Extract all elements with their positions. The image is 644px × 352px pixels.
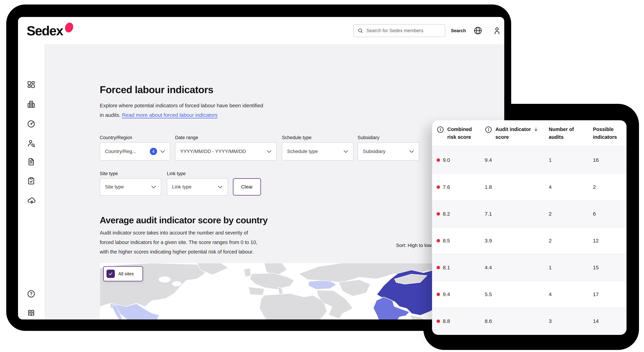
audit-indicator-score-value: 5.5 (485, 292, 549, 297)
date-range-dropdown[interactable]: YYYY/MM/DD - YYYY/MM/DD (175, 142, 277, 161)
map-desc-line3: with the higher scores indicating higher… (100, 249, 254, 255)
search-input[interactable] (366, 28, 441, 33)
all-sites-checkbox[interactable]: All sites (103, 266, 143, 281)
globe-icon[interactable] (474, 26, 482, 35)
description-line2: in audits. (100, 112, 120, 118)
audit-indicator-score-value: 3.9 (485, 238, 549, 244)
combined-risk-score-cell: 7.6 (436, 184, 485, 190)
header-line2: risk score (447, 133, 472, 141)
column-possible-indicators: Possible indicators (593, 125, 622, 141)
member-search-icon[interactable] (27, 139, 36, 148)
dashboard-icon[interactable] (27, 80, 36, 89)
header-line2: indicators (593, 133, 617, 141)
resources-book-icon[interactable] (27, 308, 36, 317)
user-account-icon[interactable] (492, 26, 502, 35)
possible-indicators-value: 6 (593, 211, 622, 217)
combined-risk-score-value: 8.5 (443, 238, 450, 244)
logo-pink-dot-icon (64, 21, 74, 33)
app-screen: Sedex Search ? (18, 17, 504, 320)
number-of-audits-value: 2 (549, 238, 593, 244)
gauge-icon[interactable] (27, 119, 36, 128)
combined-risk-score-cell: 8.5 (436, 238, 485, 244)
map-section-description: Audit indicator score takes into account… (100, 228, 257, 257)
risk-dot-icon (436, 320, 440, 323)
world-map[interactable] (100, 263, 448, 320)
combined-risk-score-value: 7.6 (443, 184, 450, 190)
link-type-dropdown[interactable]: Link type (167, 178, 228, 196)
schedule-filter-label: Schedule type (282, 135, 312, 140)
column-combined-risk-score: Combined risk score (436, 125, 485, 141)
schedule-type-value: Schedule type (287, 149, 340, 154)
table-row: 8.53.9212 (432, 227, 626, 254)
chevron-down-icon (151, 186, 156, 188)
combined-risk-score-value: 8.8 (443, 318, 450, 324)
top-bar: Sedex Search (18, 17, 504, 44)
subsidiary-dropdown[interactable]: Subsidiary (358, 142, 419, 161)
header-line2: score (496, 133, 538, 141)
chevron-down-icon (160, 150, 165, 153)
link-type-value: Link type (172, 184, 215, 190)
read-more-link[interactable]: Read more about forced labour indicators (122, 112, 218, 118)
date-filter-label: Date range (175, 135, 198, 140)
cloud-settings-icon[interactable] (27, 196, 36, 205)
audit-indicator-score-value: 7.1 (485, 211, 549, 217)
help-icon[interactable]: ? (27, 289, 36, 298)
table-row: 9.09.4116 (432, 147, 626, 173)
header-line1: Number of (549, 125, 574, 133)
chevron-down-icon (409, 150, 414, 153)
audit-indicator-score-value: 4.4 (485, 265, 549, 271)
company-icon[interactable] (27, 100, 36, 109)
svg-text:?: ? (30, 291, 32, 296)
risk-dot-icon (436, 293, 440, 296)
schedule-type-dropdown[interactable]: Schedule type (282, 142, 354, 161)
column-audit-indicator-score[interactable]: Audit indicator score (485, 125, 549, 141)
checkbox-checked-icon[interactable] (106, 270, 115, 278)
number-of-audits-value: 1 (549, 265, 593, 271)
table-row: 9.45.5417 (432, 281, 626, 308)
map-europe (250, 273, 294, 289)
combined-risk-score-value: 8.1 (443, 265, 450, 271)
header-line1: Audit indicator (496, 125, 531, 133)
country-filter-dropdown[interactable]: Country/Reg... 4 (100, 142, 170, 161)
site-type-value: Site type (105, 184, 148, 190)
number-of-audits-value: 3 (549, 318, 593, 324)
combined-risk-score-cell: 9.0 (436, 157, 485, 163)
info-icon[interactable] (485, 126, 492, 133)
subsidiary-filter-label: Subsidiary (358, 135, 380, 140)
combined-risk-score-cell: 8.2 (436, 211, 485, 217)
column-number-of-audits: Number of audits (549, 125, 593, 141)
link-filter-label: Link type (167, 171, 186, 176)
risk-dot-icon (436, 266, 440, 269)
audit-indicator-score-value: 9.4 (485, 157, 549, 163)
clipboard-check-icon[interactable] (27, 176, 36, 185)
member-search-box[interactable] (353, 24, 446, 37)
map-central-asia (339, 280, 370, 296)
combined-risk-score-value: 9.4 (443, 292, 450, 297)
table-row: 7.61.842 (432, 173, 626, 200)
number-of-audits-value: 1 (549, 157, 593, 163)
chevron-down-icon (218, 186, 223, 188)
sedex-logo[interactable]: Sedex (27, 17, 63, 44)
chevron-down-icon (267, 150, 272, 153)
map-iberia (248, 287, 264, 295)
risk-dot-icon (436, 212, 440, 216)
search-button[interactable]: Search (451, 17, 466, 44)
info-icon[interactable] (436, 126, 444, 133)
risk-dot-icon (436, 158, 440, 162)
search-icon (358, 28, 363, 33)
site-type-dropdown[interactable]: Site type (100, 178, 161, 196)
description-line1: Explore where potential indicators of fo… (100, 103, 263, 108)
document-icon[interactable] (27, 157, 36, 166)
map-section-title: Average audit indicator score by country (100, 215, 268, 225)
map-desc-line2: forced labour indicators for a given sit… (100, 240, 257, 245)
logo-text: Sedex (27, 23, 63, 38)
number-of-audits-value: 4 (549, 184, 593, 190)
audit-indicator-score-value: 1.8 (485, 184, 549, 190)
country-filter-label: Country/Region (100, 135, 132, 140)
sort-desc-arrow-icon[interactable] (533, 127, 538, 132)
combined-risk-score-cell: 8.8 (436, 318, 485, 324)
subsidiary-value: Subsidiary (363, 149, 406, 154)
possible-indicators-value: 14 (593, 318, 622, 324)
page-description: Explore where potential indicators of fo… (100, 101, 263, 120)
clear-filters-button[interactable]: Clear (233, 178, 261, 196)
